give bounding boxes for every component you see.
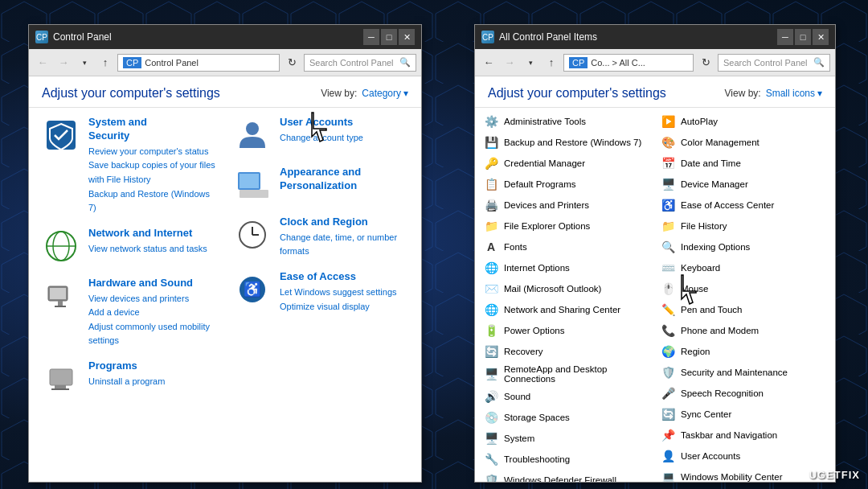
item-recovery[interactable]: 🔄Recovery [478, 341, 655, 362]
cat-title-clock[interactable]: Clock and Region [280, 216, 408, 229]
item-color-mgmt[interactable]: 🎨Color Management [655, 132, 832, 153]
item-indexing-opts[interactable]: 🔍Indexing Options [655, 236, 832, 257]
item-troubleshooting[interactable]: 🔧Troubleshooting [478, 449, 655, 470]
item-windows-defender[interactable]: 🛡️Windows Defender Firewall [478, 470, 655, 482]
item-power-options[interactable]: 🔋Power Options [478, 320, 655, 341]
item-windows-mobility[interactable]: 💻Windows Mobility Center [655, 466, 832, 482]
window2-content-title: Adjust your computer's settings [488, 86, 666, 101]
maximize-btn-2[interactable]: □ [795, 29, 811, 45]
cat-title-appearance[interactable]: Appearance andPersonalization [280, 166, 361, 193]
cat-link-security-3[interactable]: Backup and Restore (Windows 7) [88, 187, 217, 216]
cat-content-programs: Programs Uninstall a program [88, 360, 165, 388]
item-pen-touch[interactable]: ✏️Pen and Touch [655, 299, 832, 320]
close-btn-1[interactable]: ✕ [399, 29, 415, 45]
item-taskbar-nav[interactable]: 📌Taskbar and Navigation [655, 425, 832, 446]
item-file-history[interactable]: 📁File History [655, 216, 832, 236]
cat-link-security-2[interactable]: Save backup copies of your files with Fi… [88, 158, 217, 187]
up-btn-1[interactable]: ↑ [96, 54, 114, 72]
indexing-icon: 🔍 [660, 239, 676, 255]
phone-modem-icon: 📞 [660, 323, 676, 339]
item-admin-tools[interactable]: ⚙️Administrative Tools [478, 111, 655, 132]
item-speech-recognition[interactable]: 🎤Speech Recognition [655, 383, 832, 404]
item-file-explorer-opts[interactable]: 📁File Explorer Options [478, 216, 655, 236]
cat-title-security[interactable]: System andSecurity [88, 116, 217, 143]
hardware-icon [42, 277, 80, 315]
cat-title-ease[interactable]: Ease of Access [280, 270, 397, 284]
maximize-btn-1[interactable]: □ [381, 29, 397, 45]
item-default-programs[interactable]: 📋Default Programs [478, 174, 655, 195]
forward-btn-1[interactable]: → [55, 54, 72, 72]
close-btn-2[interactable]: ✕ [813, 29, 829, 45]
cat-link-programs-1[interactable]: Uninstall a program [88, 375, 165, 389]
up-btn-2[interactable]: ↑ [542, 54, 560, 72]
item-backup-restore[interactable]: 💾Backup and Restore (Windows 7) [478, 132, 655, 153]
cat-link-user-1[interactable]: Change account type [280, 131, 363, 146]
item-internet-options[interactable]: 🌐Internet Options [478, 257, 655, 278]
search-icon-2[interactable]: 🔍 [813, 57, 825, 68]
cat-title-programs[interactable]: Programs [88, 360, 165, 373]
item-devices-printers[interactable]: 🖨️Devices and Printers [478, 195, 655, 216]
back-btn-1[interactable]: ← [34, 54, 51, 72]
item-security-maintenance[interactable]: 🛡️Security and Maintenance [655, 362, 832, 383]
security-maint-icon: 🛡️ [660, 364, 676, 380]
item-ease-access[interactable]: ♿Ease of Access Center [655, 195, 832, 216]
item-region[interactable]: 🌍Region [655, 341, 832, 362]
item-system[interactable]: 🖥️System [478, 428, 655, 449]
cat-content-ease: Ease of Access Let Windows suggest setti… [280, 270, 397, 314]
minimize-btn-1[interactable]: ─ [363, 29, 379, 45]
cat-link-hardware-1[interactable]: View devices and printers [88, 292, 217, 306]
item-mouse[interactable]: 🖱️Mouse [655, 278, 832, 299]
cat-link-hardware-3[interactable]: Adjust commonly used mobility settings [88, 320, 217, 348]
back-btn-2[interactable]: ← [480, 54, 497, 72]
recent-btn-2[interactable]: ▾ [522, 54, 539, 72]
view-by-value-1[interactable]: Category ▾ [362, 88, 408, 99]
network-icon [42, 227, 80, 265]
cat-links-security: Review your computer's status Save backu… [88, 145, 217, 216]
cat-link-security-1[interactable]: Review your computer's status [88, 145, 217, 159]
cat-title-network[interactable]: Network and Internet [88, 227, 207, 240]
speech-recog-icon: 🎤 [660, 385, 676, 401]
item-phone-modem[interactable]: 📞Phone and Modem [655, 320, 832, 341]
cat-title-user[interactable]: User Accounts [280, 116, 363, 129]
forward-btn-2[interactable]: → [501, 54, 518, 72]
view-by-value-2[interactable]: Small icons ▾ [766, 88, 822, 99]
search-icon-1[interactable]: 🔍 [399, 57, 411, 68]
devices-printers-icon: 🖨️ [483, 197, 499, 213]
icons-grid: ⚙️Administrative Tools 💾Backup and Resto… [478, 111, 832, 482]
cat-network: Network and Internet View network status… [42, 227, 217, 265]
item-storage-spaces[interactable]: 💿Storage Spaces [478, 407, 655, 428]
refresh-btn-1[interactable]: ↻ [283, 54, 301, 72]
search-bar-2[interactable]: Search Control Panel 🔍 [718, 54, 830, 72]
clock-icon [233, 216, 272, 254]
window2-content: Adjust your computer's settings View by:… [475, 76, 835, 482]
item-autoplay[interactable]: ▶️AutoPlay [655, 111, 832, 132]
search-bar-1[interactable]: Search Control Panel 🔍 [304, 54, 416, 72]
item-keyboard[interactable]: ⌨️Keyboard [655, 257, 832, 278]
svg-text:♿: ♿ [244, 281, 262, 298]
item-fonts[interactable]: AFonts [478, 236, 655, 257]
cat-links-ease: Let Windows suggest settings Optimize vi… [280, 286, 397, 314]
sound-icon: 🔊 [483, 388, 499, 405]
item-user-accounts[interactable]: 👤User Accounts [655, 446, 832, 466]
cat-link-network-1[interactable]: View network status and tasks [88, 242, 207, 257]
title-bar-1: CP Control Panel ─ □ ✕ [29, 25, 421, 49]
sync-center-icon: 🔄 [660, 406, 676, 422]
item-network-sharing[interactable]: 🌐Network and Sharing Center [478, 299, 655, 320]
refresh-btn-2[interactable]: ↻ [697, 54, 714, 72]
item-device-manager[interactable]: 🖥️Device Manager [655, 174, 832, 195]
item-credential-mgr[interactable]: 🔑Credential Manager [478, 153, 655, 174]
minimize-btn-2[interactable]: ─ [777, 29, 793, 45]
item-sync-center[interactable]: 🔄Sync Center [655, 404, 832, 425]
item-mail-outlook[interactable]: ✉️Mail (Microsoft Outlook) [478, 278, 655, 299]
item-sound[interactable]: 🔊Sound [478, 386, 655, 407]
cat-link-ease-2[interactable]: Optimize visual display [280, 300, 397, 314]
internet-options-icon: 🌐 [483, 260, 499, 276]
cat-link-hardware-2[interactable]: Add a device [88, 306, 217, 320]
cat-link-ease-1[interactable]: Let Windows suggest settings [280, 286, 397, 300]
item-remoteapp[interactable]: 🖥️RemoteApp and Desktop Connections [478, 362, 655, 386]
cat-title-hardware[interactable]: Hardware and Sound [88, 277, 217, 290]
fonts-icon: A [483, 239, 499, 255]
item-date-time[interactable]: 📅Date and Time [655, 153, 832, 174]
recent-btn-1[interactable]: ▾ [76, 54, 93, 72]
cat-link-clock-1[interactable]: Change date, time, or number formats [280, 231, 408, 259]
